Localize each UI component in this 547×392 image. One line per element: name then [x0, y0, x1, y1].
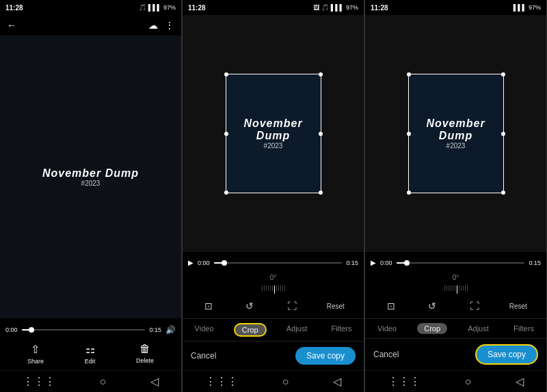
edit-button[interactable]: ⚏ Edit	[85, 343, 96, 365]
time-3: 11:28	[371, 4, 388, 12]
tab-adjust-2[interactable]: Adjust	[282, 323, 312, 337]
status-bar-2: 11:28 🖼 🎵 ▌▌▌ 97%	[183, 0, 364, 15]
tab-filters-3[interactable]: Filters	[509, 323, 538, 334]
timeline-dot-1	[29, 327, 34, 333]
start-time-3: 0:00	[380, 260, 392, 266]
frame-tool-2[interactable]: ⊡	[199, 299, 218, 313]
rotate-tool-3[interactable]: ↺	[423, 299, 442, 313]
end-time-3: 0:15	[529, 260, 541, 266]
tick	[451, 285, 451, 291]
back-button[interactable]: ←	[7, 20, 16, 31]
start-time-2: 0:00	[198, 260, 210, 266]
tick	[455, 285, 455, 291]
tick	[270, 285, 271, 291]
tab-filters-2[interactable]: Filters	[327, 323, 356, 337]
video-content-1: November Dump #2023	[0, 36, 181, 318]
status-icons-3: ▌▌▌ 97%	[513, 4, 541, 11]
timeline-section-2: ▶ 0:00 0:15 0° ⊡	[183, 252, 364, 318]
volume-icon-1[interactable]: 🔊	[165, 325, 176, 335]
nav-menu-1[interactable]: ⋮⋮⋮	[23, 375, 55, 388]
nav-home-3[interactable]: ○	[465, 376, 472, 388]
tick	[266, 285, 267, 291]
crop-frame-2[interactable]: November Dump #2023	[226, 74, 321, 193]
save-button-3[interactable]: Save copy	[475, 344, 538, 365]
tick-marks-2	[188, 284, 358, 295]
tick	[444, 285, 445, 291]
timeline-row-1: 0:00 0:15 🔊	[5, 322, 176, 337]
corner-tl-3	[407, 72, 411, 76]
video-title-main-1: November Dump	[42, 167, 139, 180]
crop-video-title-2: November Dump #2023	[226, 117, 321, 150]
cloud-icon[interactable]: ☁	[148, 20, 158, 31]
delete-label: Delete	[136, 357, 154, 364]
tab-adjust-3[interactable]: Adjust	[464, 323, 493, 334]
crop-frame-3[interactable]: November Dump #2023	[408, 74, 504, 193]
start-time-1: 0:00	[5, 326, 18, 333]
tab-video-3[interactable]: Video	[373, 323, 401, 334]
timeline-row-2: ▶ 0:00 0:15	[188, 256, 358, 269]
cancel-button-2[interactable]: Cancel	[191, 351, 216, 361]
panel1-header: ← ☁ ⋮	[0, 15, 181, 36]
share-label: Share	[27, 358, 44, 365]
play-icon-3[interactable]: ▶	[371, 259, 376, 266]
nav-home-1[interactable]: ○	[100, 376, 107, 388]
timeline-bar-3[interactable]	[397, 262, 525, 264]
cancel-button-3[interactable]: Cancel	[373, 350, 399, 359]
expand-tool-3[interactable]: ⛶	[464, 299, 485, 313]
nav-menu-2[interactable]: ⋮⋮⋮	[205, 375, 238, 388]
timeline-bar-2[interactable]	[214, 262, 343, 264]
corner-ml-2	[224, 132, 228, 136]
reset-btn-3[interactable]: Reset	[507, 301, 530, 311]
nav-back-2[interactable]: ◁	[333, 375, 341, 388]
menu-icon[interactable]: ⋮	[165, 20, 174, 31]
timeline-bar-1[interactable]	[22, 329, 146, 331]
nav-back-3[interactable]: ◁	[516, 375, 524, 388]
panel-1: 11:28 🎵 ▌▌▌ 97% ← ☁ ⋮ November Dump #202…	[0, 0, 182, 392]
tab-crop-3[interactable]: Crop	[417, 323, 447, 334]
reset-btn-2[interactable]: Reset	[324, 301, 347, 311]
tick	[449, 285, 449, 291]
tick	[461, 285, 462, 291]
nav-back-1[interactable]: ◁	[150, 375, 159, 388]
crop-title-main-3: November Dump	[409, 117, 503, 142]
nav-bar-1: ⋮⋮⋮ ○ ◁	[0, 370, 181, 392]
corner-br-3	[501, 191, 505, 195]
signal-icon-3: ▌▌▌	[513, 4, 526, 11]
nav-home-2[interactable]: ○	[282, 376, 289, 388]
delete-button[interactable]: 🗑 Delete	[136, 343, 154, 365]
corner-bl-3	[407, 191, 411, 195]
share-button[interactable]: ⇧ Share	[27, 343, 44, 365]
frame-tool-3[interactable]: ⊡	[382, 299, 401, 313]
edit-icon: ⚏	[85, 343, 95, 356]
crop-title-sub-3: #2023	[409, 142, 503, 150]
crop-content-2: November Dump #2023	[226, 74, 321, 193]
corner-mr-2	[319, 132, 323, 136]
save-button-2[interactable]: Save copy	[295, 347, 356, 365]
tick-center	[274, 285, 275, 294]
rotate-tool-2[interactable]: ↺	[240, 299, 259, 313]
play-icon-2[interactable]: ▶	[188, 259, 194, 266]
nav-menu-3[interactable]: ⋮⋮⋮	[388, 375, 421, 388]
tick	[276, 285, 277, 291]
corner-br-2	[319, 191, 323, 195]
timeline-dot-3	[404, 260, 410, 266]
signal-icon-2: ▌▌▌	[331, 4, 344, 11]
corner-tl-2	[224, 72, 228, 76]
tick	[465, 285, 466, 291]
time-2: 11:28	[188, 4, 206, 12]
panel-2: 11:28 🖼 🎵 ▌▌▌ 97% November Dump #2023	[183, 0, 364, 392]
tick	[268, 285, 269, 291]
edit-label: Edit	[85, 358, 96, 365]
battery-1: 97%	[163, 4, 176, 11]
tab-video-2[interactable]: Video	[191, 323, 218, 337]
timeline-section-3: ▶ 0:00 0:15 0° ⊡	[365, 252, 546, 318]
crop-title-main-2: November Dump	[226, 117, 321, 142]
bottom-bar-3: Cancel Save copy	[365, 338, 546, 370]
crop-title-sub-2: #2023	[226, 142, 321, 150]
tab-crop-2[interactable]: Crop	[234, 323, 267, 337]
end-time-2: 0:15	[346, 260, 358, 266]
expand-tool-2[interactable]: ⛶	[282, 299, 302, 313]
gallery-icon-2: 🖼	[313, 4, 319, 11]
tick	[453, 285, 453, 291]
bottom-actions-1: ⇧ Share ⚏ Edit 🗑 Delete	[0, 337, 181, 370]
